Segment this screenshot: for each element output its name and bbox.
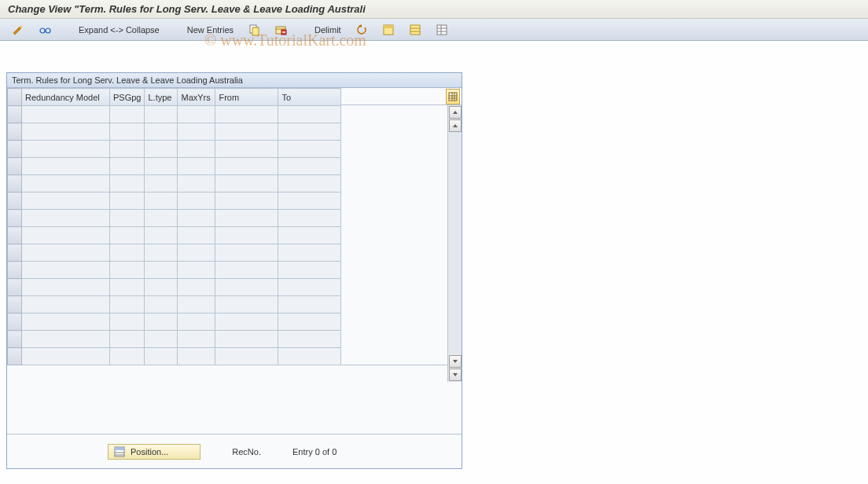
- column-from[interactable]: From: [215, 89, 278, 106]
- cell-to[interactable]: [278, 158, 341, 175]
- cell-maxyrs[interactable]: [178, 296, 215, 314]
- cell-redundancy[interactable]: [22, 348, 110, 365]
- cell-from[interactable]: [215, 210, 278, 227]
- table-row[interactable]: [8, 227, 341, 244]
- cell-ltype[interactable]: [145, 348, 178, 365]
- vertical-scrollbar[interactable]: [447, 105, 462, 382]
- cell-ltype[interactable]: [145, 244, 178, 262]
- row-selector[interactable]: [8, 141, 22, 158]
- cell-psgpg[interactable]: [110, 175, 145, 192]
- cell-maxyrs[interactable]: [178, 227, 215, 244]
- row-selector[interactable]: [8, 331, 22, 348]
- cell-maxyrs[interactable]: [178, 175, 215, 192]
- cell-from[interactable]: [215, 106, 278, 123]
- cell-redundancy[interactable]: [22, 244, 110, 262]
- column-ltype[interactable]: L.type: [145, 89, 178, 106]
- cell-ltype[interactable]: [145, 141, 178, 158]
- cell-to[interactable]: [278, 227, 341, 244]
- cell-maxyrs[interactable]: [178, 314, 215, 331]
- undo-button[interactable]: [351, 21, 372, 38]
- row-selector[interactable]: [8, 279, 22, 296]
- expand-collapse-button[interactable]: Expand <-> Collapse: [75, 23, 164, 37]
- cell-psgpg[interactable]: [110, 106, 145, 123]
- cell-ltype[interactable]: [145, 227, 178, 244]
- table-row[interactable]: [8, 106, 341, 123]
- cell-to[interactable]: [278, 348, 341, 365]
- configure-columns-button[interactable]: [446, 89, 460, 104]
- cell-ltype[interactable]: [145, 192, 178, 210]
- cell-ltype[interactable]: [145, 106, 178, 123]
- row-selector[interactable]: [8, 314, 22, 331]
- table-row[interactable]: [8, 192, 341, 210]
- cell-psgpg[interactable]: [110, 210, 145, 227]
- cell-redundancy[interactable]: [22, 314, 110, 331]
- cell-maxyrs[interactable]: [178, 123, 215, 141]
- other-view-button[interactable]: [35, 21, 55, 38]
- row-selector-header[interactable]: [8, 89, 22, 106]
- cell-maxyrs[interactable]: [178, 348, 215, 365]
- cell-to[interactable]: [278, 123, 341, 141]
- column-redundancy[interactable]: Redundancy Model: [22, 89, 110, 106]
- delete-button[interactable]: [270, 21, 291, 38]
- cell-redundancy[interactable]: [22, 123, 110, 141]
- cell-ltype[interactable]: [145, 279, 178, 296]
- scroll-down-button-2[interactable]: [449, 368, 462, 381]
- row-selector[interactable]: [8, 106, 22, 123]
- cell-ltype[interactable]: [145, 210, 178, 227]
- cell-maxyrs[interactable]: [178, 141, 215, 158]
- cell-from[interactable]: [215, 279, 278, 296]
- column-psgpg[interactable]: PSGpg: [110, 89, 145, 106]
- cell-to[interactable]: [278, 106, 341, 123]
- cell-from[interactable]: [215, 348, 278, 365]
- table-row[interactable]: [8, 348, 341, 365]
- cell-from[interactable]: [215, 331, 278, 348]
- table-row[interactable]: [8, 141, 341, 158]
- cell-psgpg[interactable]: [110, 192, 145, 210]
- cell-redundancy[interactable]: [22, 262, 110, 279]
- cell-psgpg[interactable]: [110, 244, 145, 262]
- cell-from[interactable]: [215, 175, 278, 192]
- table-row[interactable]: [8, 244, 341, 262]
- cell-psgpg[interactable]: [110, 348, 145, 365]
- cell-to[interactable]: [278, 262, 341, 279]
- cell-psgpg[interactable]: [110, 314, 145, 331]
- cell-from[interactable]: [215, 314, 278, 331]
- cell-redundancy[interactable]: [22, 106, 110, 123]
- cell-from[interactable]: [215, 296, 278, 314]
- cell-redundancy[interactable]: [22, 210, 110, 227]
- print-button[interactable]: [432, 21, 452, 38]
- table-row[interactable]: [8, 262, 341, 279]
- cell-from[interactable]: [215, 192, 278, 210]
- row-selector[interactable]: [8, 262, 22, 279]
- cell-redundancy[interactable]: [22, 175, 110, 192]
- table-row[interactable]: [8, 175, 341, 192]
- cell-redundancy[interactable]: [22, 141, 110, 158]
- cell-from[interactable]: [215, 227, 278, 244]
- copy-button[interactable]: [244, 21, 264, 38]
- row-selector[interactable]: [8, 158, 22, 175]
- toggle-edit-button[interactable]: [8, 21, 28, 38]
- cell-to[interactable]: [278, 192, 341, 210]
- row-selector[interactable]: [8, 227, 22, 244]
- cell-ltype[interactable]: [145, 175, 178, 192]
- table-row[interactable]: [8, 314, 341, 331]
- cell-maxyrs[interactable]: [178, 279, 215, 296]
- row-selector[interactable]: [8, 348, 22, 365]
- data-grid[interactable]: Redundancy Model PSGpg L.type MaxYrs Fro…: [7, 88, 341, 365]
- cell-psgpg[interactable]: [110, 227, 145, 244]
- cell-psgpg[interactable]: [110, 123, 145, 141]
- cell-ltype[interactable]: [145, 123, 178, 141]
- select-all-button[interactable]: [378, 21, 399, 38]
- cell-maxyrs[interactable]: [178, 106, 215, 123]
- cell-ltype[interactable]: [145, 331, 178, 348]
- cell-redundancy[interactable]: [22, 227, 110, 244]
- cell-psgpg[interactable]: [110, 331, 145, 348]
- table-row[interactable]: [8, 331, 341, 348]
- cell-maxyrs[interactable]: [178, 210, 215, 227]
- cell-redundancy[interactable]: [22, 192, 110, 210]
- row-selector[interactable]: [8, 123, 22, 141]
- column-maxyrs[interactable]: MaxYrs: [178, 89, 215, 106]
- cell-from[interactable]: [215, 244, 278, 262]
- cell-ltype[interactable]: [145, 296, 178, 314]
- scroll-up-button[interactable]: [449, 106, 462, 119]
